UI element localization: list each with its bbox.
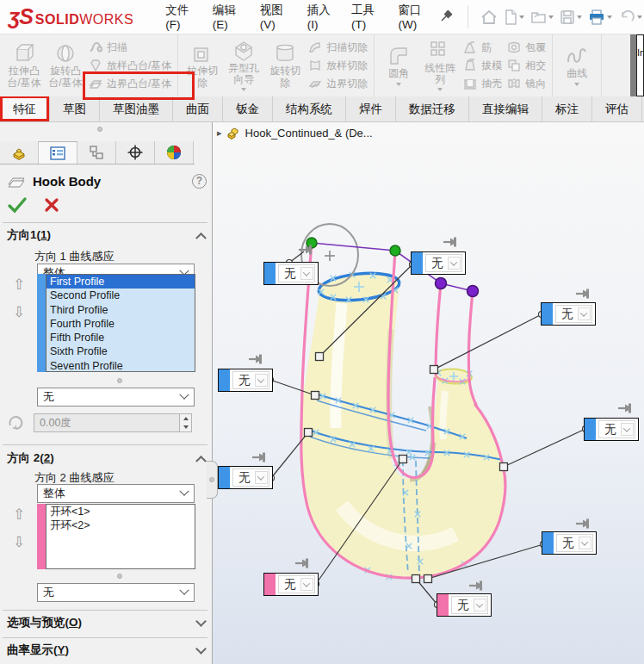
move-down-button[interactable]: ⇩ <box>10 535 28 549</box>
menu-file[interactable]: 文件(F) <box>156 0 202 36</box>
hole-wizard-button[interactable]: 异型孔向导 <box>224 40 263 91</box>
tab-features[interactable]: 特征 <box>0 96 50 121</box>
section-curvature-header[interactable]: 曲率显示(Y) <box>7 642 205 658</box>
save-button[interactable] <box>558 8 584 27</box>
panel-splitter-handle[interactable] <box>207 461 218 499</box>
menu-window[interactable]: 窗口(W) <box>388 0 438 36</box>
loft-button[interactable]: 放样凸台/基体 <box>89 57 171 74</box>
dropdown-chevron-icon[interactable] <box>621 423 634 436</box>
sweep-cut-button[interactable]: 扫描切除 <box>308 39 368 56</box>
tab-sheet-metal[interactable]: 钣金 <box>223 96 273 121</box>
curves-button[interactable]: 曲线 <box>557 45 597 85</box>
angle-spinner[interactable] <box>180 413 192 432</box>
section-options-header[interactable]: 选项与预览(O) <box>7 615 205 630</box>
tab-structure-system[interactable]: 结构系统 <box>273 96 346 121</box>
help-button[interactable]: ? <box>192 174 207 189</box>
callout-dropdown[interactable]: 无 <box>232 469 269 487</box>
dropdown-chevron-icon[interactable] <box>448 257 461 270</box>
list-resize-grip[interactable] <box>117 378 122 383</box>
menu-pin-icon[interactable] <box>440 9 454 25</box>
tab-sketch[interactable]: 草图 <box>50 96 100 121</box>
section-direction1-header[interactable]: 方向1(1) <box>7 227 205 243</box>
callout-dropdown[interactable]: 无 <box>278 575 315 593</box>
tab-direct-editing[interactable]: 直接编辑 <box>469 96 542 121</box>
extrude-boss-button[interactable]: 拉伸凸台/基体 <box>4 42 44 88</box>
list-item-curve[interactable]: 开环<1> <box>46 505 195 518</box>
ok-button[interactable] <box>7 196 28 214</box>
collapse-chevron-icon[interactable] <box>195 455 207 466</box>
tangency-callout[interactable]: 无 <box>584 418 639 441</box>
tab-evaluate[interactable]: 评估 <box>592 96 642 121</box>
tangency-callout[interactable]: 无 <box>218 369 273 392</box>
list-item-profile[interactable]: Fifth Profile <box>46 331 195 344</box>
direction2-tangency-combo[interactable]: 无 <box>37 583 195 602</box>
dropdown-chevron-icon[interactable] <box>578 307 591 320</box>
flyout-feature-tree[interactable]: ▸ Hook_Continued_& (De... <box>217 127 373 140</box>
tab-display-manager[interactable] <box>155 141 194 164</box>
tab-markup[interactable]: 标注 <box>542 96 592 121</box>
tab-feature-manager[interactable] <box>0 141 39 164</box>
tangency-callout[interactable]: 无 <box>263 262 319 285</box>
loft-cut-button[interactable]: 放样切除 <box>308 57 368 74</box>
callout-dropdown[interactable]: 无 <box>598 420 635 438</box>
boundary-boss-button[interactable]: 边界凸台/基体 <box>89 75 171 92</box>
revolve-cut-button[interactable]: 旋转切除 <box>265 42 305 88</box>
dropdown-chevron-icon[interactable] <box>300 578 313 591</box>
graphics-viewport[interactable]: ▸ Hook_Continued_& (De... <box>213 122 644 664</box>
flyout-arrow-icon[interactable] <box>437 88 443 91</box>
sweep-button[interactable]: 扫描 <box>89 39 171 56</box>
callout-dropdown[interactable]: 无 <box>232 371 269 389</box>
undo-button[interactable] <box>616 8 644 27</box>
list-item-profile[interactable]: Sixth Profile <box>46 344 195 358</box>
shell-button[interactable]: 抽壳 <box>463 75 502 92</box>
callout-dropdown[interactable]: 无 <box>556 534 593 552</box>
tangency-callout[interactable]: 无 <box>263 573 319 596</box>
fillet-button[interactable]: 圆角 <box>379 45 418 85</box>
flyout-arrow-icon[interactable] <box>241 88 246 91</box>
list-item-curve[interactable]: 开环<2> <box>46 518 195 532</box>
direction2-curve-list[interactable]: 开环<1> 开环<2> <box>46 504 195 569</box>
dropdown-arrow-icon[interactable] <box>607 16 612 19</box>
dropdown-arrow-icon[interactable] <box>577 16 582 19</box>
list-item-profile[interactable]: Second Profile <box>46 289 195 302</box>
dropdown-arrow-icon[interactable] <box>637 16 642 19</box>
collapse-chevron-icon[interactable] <box>195 232 207 243</box>
instant3d-button[interactable]: Ins <box>636 34 644 96</box>
dropdown-chevron-icon[interactable] <box>579 537 591 549</box>
boundary-cut-button[interactable]: 边界切除 <box>308 75 368 92</box>
print-button[interactable] <box>586 8 614 27</box>
draft-button[interactable]: 拔模 <box>463 57 502 74</box>
list-item-profile[interactable]: First Profile <box>46 275 195 289</box>
hook-body-solid[interactable] <box>301 284 507 578</box>
list-item-profile[interactable]: Fourth Profile <box>46 317 195 331</box>
tab-data-migration[interactable]: 数据迁移 <box>396 96 469 121</box>
tangency-callout[interactable]: 无 <box>411 251 466 275</box>
expand-chevron-icon[interactable] <box>195 643 207 655</box>
list-item-profile[interactable]: Third Profile <box>46 303 195 317</box>
dropdown-chevron-icon[interactable] <box>255 374 268 387</box>
direction1-profile-list[interactable]: First Profile Second Profile Third Profi… <box>46 274 195 372</box>
tangency-callout[interactable]: 无 <box>541 302 596 326</box>
dropdown-chevron-icon[interactable] <box>300 267 313 280</box>
flyout-arrow-icon[interactable] <box>396 83 401 86</box>
tab-surfaces[interactable]: 曲面 <box>173 96 223 121</box>
extrude-cut-button[interactable]: 拉伸切除 <box>183 42 222 88</box>
tab-property-manager[interactable] <box>39 141 77 164</box>
new-document-button[interactable] <box>502 8 526 27</box>
flyout-arrow-icon[interactable] <box>574 83 579 86</box>
tangency-callout[interactable]: 无 <box>218 466 273 489</box>
menu-tools[interactable]: 工具(T) <box>342 0 388 36</box>
expand-arrow-icon[interactable]: ▸ <box>217 127 222 139</box>
dropdown-arrow-icon[interactable] <box>519 16 524 19</box>
dropdown-arrow-icon[interactable] <box>548 16 554 19</box>
list-item-profile[interactable]: Seventh Profile <box>46 359 195 372</box>
expand-chevron-icon[interactable] <box>195 616 207 627</box>
move-up-button[interactable]: ⇧ <box>10 277 28 292</box>
direction1-tangency-combo[interactable]: 无 <box>37 388 195 406</box>
callout-dropdown[interactable]: 无 <box>278 264 315 282</box>
dropdown-chevron-icon[interactable] <box>474 599 486 611</box>
tab-weldments[interactable]: 焊件 <box>346 96 396 121</box>
menu-insert[interactable]: 插入(I) <box>298 0 342 36</box>
callout-dropdown[interactable]: 无 <box>425 254 462 272</box>
callout-dropdown[interactable]: 无 <box>451 596 488 614</box>
